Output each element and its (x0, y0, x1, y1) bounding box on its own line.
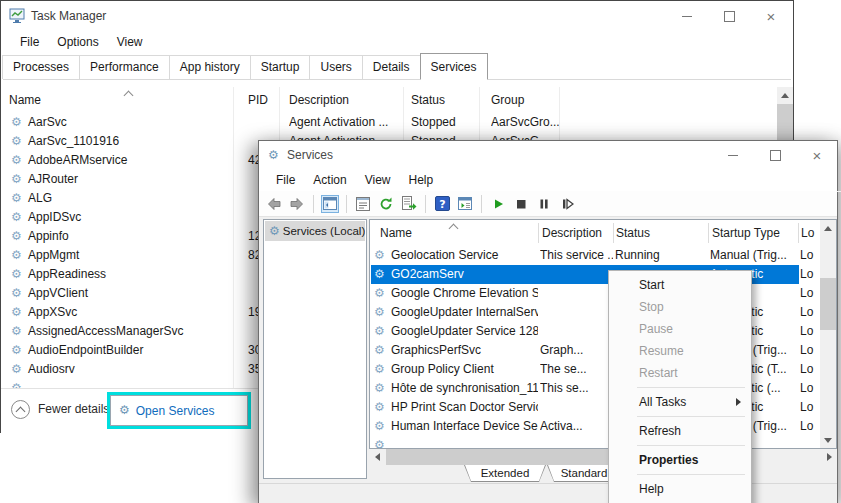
tab-startup[interactable]: Startup (250, 55, 311, 79)
close-button[interactable]: × (809, 147, 825, 163)
forward-icon[interactable] (288, 195, 306, 213)
fewer-details-button[interactable] (11, 400, 30, 419)
menu-view[interactable]: View (108, 33, 152, 51)
sort-ascending-icon (125, 89, 133, 97)
menu-options[interactable]: Options (48, 33, 107, 51)
scroll-up-button[interactable] (820, 220, 836, 236)
column-header-startup-type[interactable]: Startup Type (712, 220, 780, 246)
service-row-selected[interactable]: ⚙GO2camServAutomaticLo (370, 265, 820, 284)
services-list: Name Description Status Startup Type Lo … (369, 219, 837, 449)
service-row[interactable]: ⚙ (370, 436, 820, 448)
service-row[interactable]: ⚙Human Interface Device Ser...Activa...M… (370, 417, 820, 436)
toolbar-separator (346, 195, 347, 213)
tab-performance[interactable]: Performance (79, 55, 170, 79)
close-button[interactable]: × (763, 8, 779, 24)
tab-processes[interactable]: Processes (2, 55, 80, 79)
show-action-pane-icon[interactable] (456, 195, 474, 213)
task-manager-icon (9, 8, 25, 24)
column-divider[interactable] (798, 223, 799, 243)
table-row[interactable]: ⚙AarSvcAgent Activation ...StoppedAarSvc… (1, 113, 793, 132)
resume-service-icon[interactable] (558, 195, 576, 213)
open-services-link[interactable]: ⚙ Open Services (110, 395, 248, 426)
pause-service-icon[interactable] (535, 195, 553, 213)
gear-icon: ⚙ (269, 221, 280, 241)
menu-file[interactable]: File (11, 33, 48, 51)
gear-icon: ⚙ (119, 401, 130, 420)
scroll-up-button[interactable] (777, 87, 793, 103)
submenu-arrow-icon (736, 398, 741, 406)
service-row[interactable]: ⚙Geolocation ServiceThis service ...Runn… (370, 246, 820, 265)
service-row[interactable]: ⚙Google Chrome Elevation S...ManualLo (370, 284, 820, 303)
scroll-left-button[interactable] (369, 449, 385, 465)
minimize-button[interactable] (679, 8, 695, 24)
vertical-scrollbar[interactable] (820, 220, 836, 448)
services-window-icon: ⚙ (268, 146, 279, 165)
tab-app-history[interactable]: App history (169, 55, 251, 79)
menu-view[interactable]: View (356, 171, 400, 189)
service-row[interactable]: ⚙GoogleUpdater Service 128....AutomaticL… (370, 322, 820, 341)
window-title: Task Manager (31, 9, 106, 23)
toolbar-separator (313, 195, 314, 213)
tab-services[interactable]: Services (420, 53, 488, 80)
menu-help[interactable]: Help (400, 171, 443, 189)
context-menu-item-resume: Resume (609, 340, 751, 362)
back-icon[interactable] (265, 195, 283, 213)
column-header-description[interactable]: Description (542, 220, 602, 246)
view-tabs: Extended Standard (369, 465, 837, 483)
service-row[interactable]: ⚙GraphicsPerfSvcGraph...Manual (Trig...L… (370, 341, 820, 360)
console-tree-panel: ⚙ Services (Local) (263, 219, 367, 479)
scroll-down-button[interactable] (820, 432, 836, 448)
service-row[interactable]: ⚙GoogleUpdater InternalServ...AutomaticL… (370, 303, 820, 322)
tab-extended[interactable]: Extended (464, 465, 546, 482)
tab-details[interactable]: Details (362, 55, 421, 79)
properties-icon[interactable] (354, 195, 372, 213)
service-row[interactable]: ⚙Group Policy ClientThe se...Automatic (… (370, 360, 820, 379)
refresh-icon[interactable] (377, 195, 395, 213)
menu-file[interactable]: File (267, 171, 304, 189)
stop-service-icon[interactable] (512, 195, 530, 213)
column-divider[interactable] (708, 223, 709, 243)
context-menu-item-properties[interactable]: Properties (609, 449, 751, 471)
window-title: Services (287, 148, 333, 162)
context-menu-item-refresh[interactable]: Refresh (609, 420, 751, 442)
context-menu-item-start[interactable]: Start (609, 274, 751, 296)
tab-users[interactable]: Users (309, 55, 362, 79)
maximize-button[interactable] (767, 147, 783, 163)
services-menubar: File Action View Help (259, 169, 841, 192)
menu-separator (637, 445, 745, 446)
column-header-name[interactable]: Name (380, 220, 412, 246)
service-row[interactable]: ⚙Hôte de synchronisation_11...This se...… (370, 379, 820, 398)
context-menu: Start Stop Pause Resume Restart All Task… (608, 270, 752, 503)
menu-separator (637, 416, 745, 417)
service-row[interactable]: ⚙HP Print Scan Doctor ServiceAutomaticLo (370, 398, 820, 417)
context-menu-item-stop: Stop (609, 296, 751, 318)
menu-action[interactable]: Action (304, 171, 355, 189)
fewer-details-label[interactable]: Fewer details (38, 402, 109, 416)
export-list-icon[interactable] (400, 195, 418, 213)
column-header-status[interactable]: Status (616, 220, 650, 246)
column-divider[interactable] (538, 223, 539, 243)
start-service-icon[interactable] (489, 195, 507, 213)
horizontal-scrollbar[interactable] (369, 449, 837, 465)
column-header-log-on-as[interactable]: Lo (801, 220, 814, 246)
tree-item-services-local[interactable]: ⚙ Services (Local) (265, 221, 365, 241)
services-titlebar[interactable]: ⚙ Services × (259, 141, 837, 169)
services-rows: ⚙Geolocation ServiceThis service ...Runn… (370, 246, 820, 448)
annotation-highlight-box: ⚙ Open Services (107, 392, 251, 429)
maximize-button[interactable] (721, 8, 737, 24)
scroll-right-button[interactable] (821, 449, 837, 465)
context-menu-item-restart: Restart (609, 362, 751, 384)
minimize-button[interactable] (725, 147, 741, 163)
task-manager-menubar: File Options View (1, 31, 803, 53)
task-manager-tabs: Processes Performance App history Startu… (3, 53, 791, 80)
services-toolbar: ? (259, 191, 837, 217)
scrollbar-thumb[interactable] (820, 278, 836, 330)
show-console-tree-icon[interactable] (321, 195, 339, 213)
context-menu-item-help[interactable]: Help (609, 478, 751, 500)
help-icon[interactable]: ? (433, 195, 451, 213)
column-divider[interactable] (613, 223, 614, 243)
toolbar-separator (425, 195, 426, 213)
context-menu-item-pause: Pause (609, 318, 751, 340)
task-manager-titlebar[interactable]: Task Manager × (1, 1, 793, 31)
context-menu-item-all-tasks[interactable]: All Tasks (609, 391, 751, 413)
